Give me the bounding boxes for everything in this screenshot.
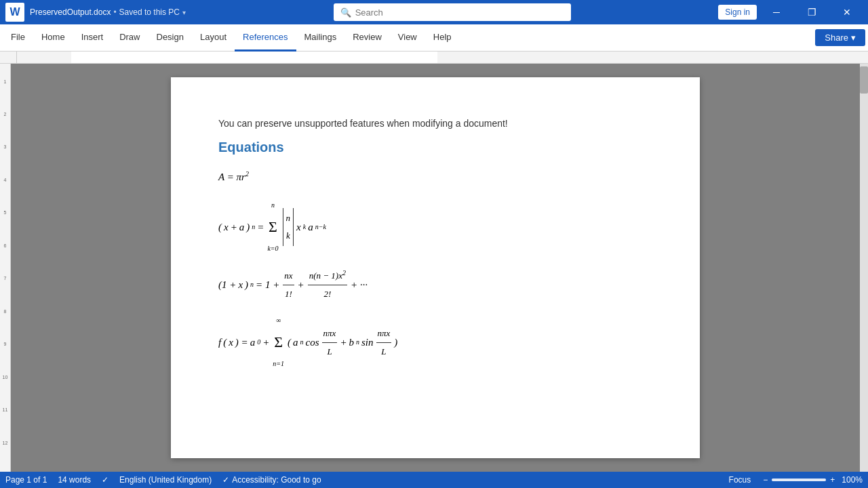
document-area[interactable]: You can preserve unsupported features wh… — [11, 64, 860, 472]
equation-4: f(x) = a0 + ∞ Σ n=1 (an cos nπx L + bn s… — [218, 314, 652, 371]
equation-3: (1 + x)n = 1 + nx 1! + n(n − 1)x2 2! + ·… — [218, 266, 652, 303]
accessibility-text: Accessibility: Good to go — [232, 475, 321, 485]
equation-1: A = πr2 — [218, 166, 652, 188]
equation-2: (x + a)n = n Σ k=0 n k xkan−k — [218, 199, 652, 256]
share-dropdown-icon: ▾ — [851, 33, 856, 43]
zoom-slider[interactable] — [772, 479, 826, 481]
ruler-bar: // rendered via CSS approach below — [17, 52, 868, 63]
search-icon: 🔍 — [340, 7, 351, 18]
share-button[interactable]: Share ▾ — [815, 29, 865, 46]
document-page: You can preserve unsupported features wh… — [171, 77, 700, 458]
language-text: English (United Kingdom) — [119, 475, 212, 485]
page-info: Page 1 of 1 — [5, 475, 47, 485]
word-count-text: 14 words — [58, 475, 91, 485]
zoom-level: 100% — [842, 475, 863, 485]
search-bar: 🔍 — [186, 3, 718, 21]
intro-text: You can preserve unsupported features wh… — [218, 118, 652, 129]
zoom-slider-fill — [772, 479, 826, 481]
status-bar: Page 1 of 1 14 words ✓ English (United K… — [0, 472, 868, 488]
tab-design[interactable]: Design — [149, 24, 192, 52]
search-input[interactable] — [355, 7, 564, 18]
title-bar: W PreservedOutput.docx • Saved to this P… — [0, 0, 868, 24]
share-label: Share — [825, 33, 848, 43]
saved-status: Saved to this PC — [119, 7, 180, 17]
title-separator: • — [113, 7, 116, 17]
accessibility-info[interactable]: ✓ Accessibility: Good to go — [222, 475, 321, 485]
tab-insert[interactable]: Insert — [73, 24, 112, 52]
restore-button[interactable]: ❐ — [796, 0, 827, 24]
zoom-plus-button[interactable]: + — [830, 475, 835, 485]
equations-heading: Equations — [218, 140, 652, 155]
tab-help[interactable]: Help — [425, 24, 460, 52]
ruler-left-margin — [0, 52, 17, 63]
tab-view[interactable]: View — [390, 24, 425, 52]
vertical-scrollbar[interactable] — [860, 64, 868, 472]
tab-mailings[interactable]: Mailings — [296, 24, 345, 52]
eq4-math: f(x) = a0 + ∞ Σ n=1 (an cos nπx L + bn s… — [218, 314, 397, 371]
filename-label: PreservedOutput.docx — [30, 7, 111, 17]
tab-draw[interactable]: Draw — [111, 24, 148, 52]
ribbon: File Home Insert Draw Design Layout Refe… — [0, 24, 868, 52]
tab-review[interactable]: Review — [344, 24, 390, 52]
scrollbar-thumb[interactable] — [860, 66, 868, 94]
app-logo: W — [5, 3, 24, 22]
zoom-minus-button[interactable]: − — [763, 475, 768, 485]
main-area: 1 2 3 4 5 6 7 8 9 10 11 12 You can prese… — [0, 64, 868, 472]
tab-home[interactable]: Home — [33, 24, 73, 52]
close-button[interactable]: ✕ — [831, 0, 863, 24]
zoom-control: Focus − + 100% — [729, 475, 863, 485]
tab-layout[interactable]: Layout — [192, 24, 235, 52]
spell-check-icon[interactable]: ✓ — [102, 475, 108, 485]
minimize-button[interactable]: ─ — [761, 0, 792, 24]
tab-file[interactable]: File — [3, 24, 33, 52]
search-wrapper[interactable]: 🔍 — [334, 3, 571, 21]
title-actions: Sign in ─ ❐ ✕ — [718, 0, 863, 24]
word-count: 14 words — [58, 475, 91, 485]
eq2-math: (x + a)n = n Σ k=0 n k xkan−k — [218, 199, 326, 256]
sign-in-button[interactable]: Sign in — [718, 5, 757, 20]
language-info[interactable]: English (United Kingdom) — [119, 475, 212, 485]
eq3-math: (1 + x)n = 1 + nx 1! + n(n − 1)x2 2! + ·… — [218, 266, 368, 303]
page-info-text: Page 1 of 1 — [5, 475, 47, 485]
focus-label[interactable]: Focus — [729, 475, 751, 485]
vertical-ruler: 1 2 3 4 5 6 7 8 9 10 11 12 — [0, 64, 11, 472]
tab-references[interactable]: References — [235, 24, 296, 52]
eq1-math: A = πr2 — [218, 171, 249, 182]
svg-rect-1 — [71, 52, 437, 63]
horizontal-ruler: // rendered via CSS approach below — [0, 52, 868, 64]
